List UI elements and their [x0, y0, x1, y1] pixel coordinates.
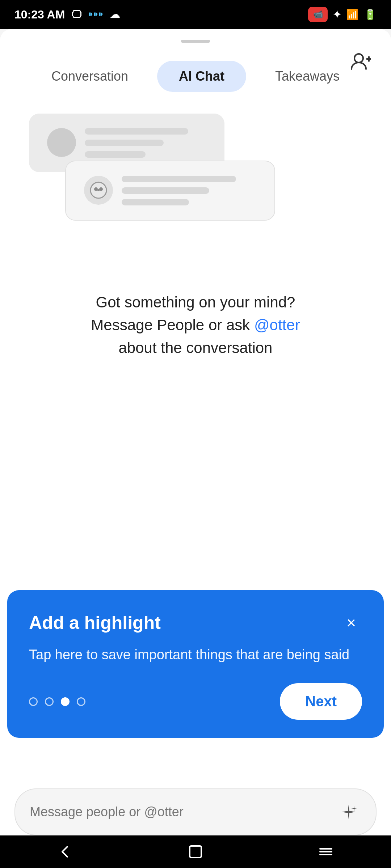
status-right: 📹 ✦ 📶 🔋 [308, 7, 377, 22]
tooltip-header: Add a highlight × [29, 612, 362, 634]
battery-icon: 🔋 [364, 9, 377, 21]
menu-button[interactable] [311, 837, 340, 866]
sim-icon: 🖵 [71, 9, 81, 21]
ai-avatar [84, 176, 113, 205]
signal-icon: ⁍⁍⁍ [88, 9, 103, 21]
chat-line [122, 199, 189, 205]
cloud-icon: ☁ [110, 9, 120, 21]
tab-takeaways[interactable]: Takeaways [253, 61, 361, 92]
chat-line [85, 128, 188, 135]
description-text: Got something on your mind? Message Peop… [29, 291, 362, 359]
chat-lines-1 [85, 128, 206, 158]
sparkle-button[interactable] [336, 799, 361, 825]
chat-line [85, 140, 164, 146]
chat-lines-2 [122, 176, 256, 205]
back-button[interactable] [51, 837, 80, 866]
add-person-button[interactable] [348, 49, 374, 74]
message-input-container [14, 788, 377, 835]
message-input[interactable] [30, 804, 336, 820]
tooltip-footer: Next [29, 683, 362, 720]
dots-row [29, 697, 85, 706]
otter-mention: @otter [254, 316, 300, 333]
wifi-icon: 📶 [346, 9, 359, 21]
drag-handle-area[interactable] [0, 29, 391, 50]
chat-line [85, 151, 146, 158]
main-container: Conversation AI Chat Takeaways [0, 29, 391, 868]
status-bar: 10:23 AM 🖵 ⁍⁍⁍ ☁ 📹 ✦ 📶 🔋 [0, 0, 391, 29]
chat-line [122, 187, 209, 194]
svg-point-5 [99, 187, 103, 191]
bluetooth-icon: ✦ [333, 9, 341, 21]
tooltip-body: Tap here to save important things that a… [29, 644, 362, 665]
dot-4[interactable] [77, 697, 85, 706]
dot-2[interactable] [45, 697, 54, 706]
svg-point-6 [97, 189, 100, 191]
record-icon: 📹 [308, 7, 328, 22]
chat-avatar-1 [47, 128, 76, 157]
svg-rect-7 [190, 846, 201, 858]
description-area: Got something on your mind? Message Peop… [0, 276, 391, 374]
message-input-area [14, 788, 377, 835]
chat-line [122, 176, 236, 182]
chat-illustration-card-2 [65, 161, 275, 221]
dot-3[interactable] [61, 697, 70, 706]
tooltip-card: Add a highlight × Tap here to save impor… [7, 590, 384, 738]
home-button[interactable] [181, 837, 210, 866]
dot-1[interactable] [29, 697, 38, 706]
tab-conversation[interactable]: Conversation [30, 61, 150, 92]
bottom-nav [0, 835, 391, 868]
svg-point-4 [94, 187, 98, 191]
tab-ai-chat[interactable]: AI Chat [157, 61, 246, 92]
illustration-area [0, 103, 391, 276]
status-left: 10:23 AM 🖵 ⁍⁍⁍ ☁ [14, 8, 120, 21]
tooltip-close-button[interactable]: × [340, 612, 362, 634]
svg-point-0 [354, 54, 363, 63]
drag-handle[interactable] [181, 40, 210, 43]
tooltip-title: Add a highlight [29, 612, 161, 633]
tabs-container: Conversation AI Chat Takeaways [0, 50, 391, 103]
next-button[interactable]: Next [280, 683, 362, 720]
status-time: 10:23 AM [14, 8, 65, 21]
